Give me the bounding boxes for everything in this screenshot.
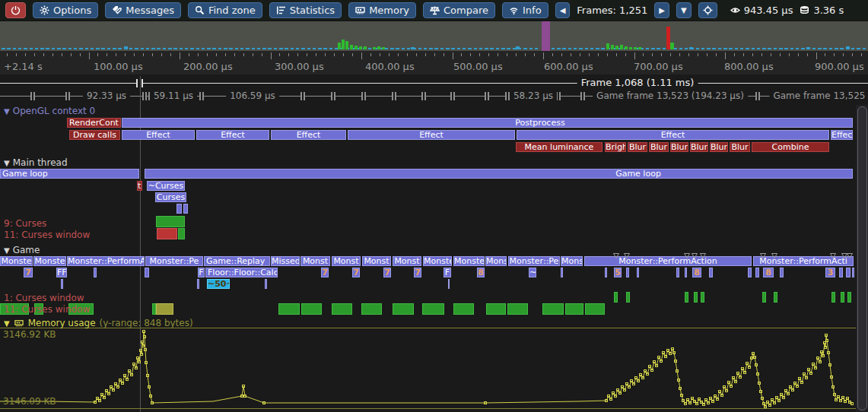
game-row2-zone[interactable] — [145, 268, 149, 277]
main-row2-zone[interactable]: ti — [137, 181, 142, 191]
game-row2-zone[interactable] — [839, 268, 843, 277]
game-row1-zone[interactable]: Monste — [0, 256, 33, 266]
main-row2-zone[interactable]: ~Curses — [147, 181, 185, 191]
game-row1-zone[interactable]: Monst — [393, 256, 421, 266]
game-row1-zone[interactable]: Mons — [561, 256, 583, 266]
collapse-triangle-icon[interactable]: ▼ — [4, 319, 10, 328]
frame-span-label[interactable]: Game frame 13,525 (1 — [769, 90, 868, 101]
game-row2-zone[interactable]: 3 — [825, 268, 835, 277]
frame-title[interactable]: Frame 1,068 (1.11 ms) — [577, 77, 698, 88]
game-row2-zone[interactable] — [685, 268, 687, 277]
section-header-game[interactable]: ▼Game — [4, 245, 40, 255]
game-row2-zone[interactable]: 7 — [352, 268, 360, 277]
collapse-triangle-icon[interactable]: ▼ — [4, 107, 10, 116]
game-row1-zone[interactable]: Game::Replay — [204, 256, 270, 266]
game-row2-zone[interactable]: FF — [56, 268, 67, 277]
game-row2-zone[interactable] — [780, 268, 784, 277]
game-row2-zone[interactable]: F — [444, 268, 451, 277]
gpu-row2-zone[interactable]: Draw calls — [69, 130, 120, 140]
game-row1-zone[interactable]: Missed — [271, 256, 300, 266]
gpu-row3-zone[interactable]: Blur — [628, 142, 647, 152]
game-row2-zone[interactable]: 8 — [477, 268, 485, 277]
game-row3-zone[interactable] — [448, 279, 450, 289]
message-marker-icon[interactable] — [613, 247, 619, 252]
frame-rows[interactable]: Frame 1,068 (1.11 ms)92.33 µs59.11 µs106… — [0, 74, 868, 105]
gpu-row3-zone[interactable]: Blur — [710, 142, 728, 152]
main-row1-zone[interactable]: Game loop — [0, 169, 139, 179]
game-row2-zone[interactable] — [94, 268, 97, 277]
game-row2-zone[interactable] — [637, 268, 639, 277]
game-row1-zone[interactable]: Mons — [485, 256, 507, 266]
game-row3-zone[interactable] — [197, 279, 199, 289]
game-row1-zone[interactable]: Monster::PerformActi — [753, 256, 854, 266]
prev-frame-button[interactable]: ◀ — [555, 2, 571, 18]
game-row2-zone[interactable]: 7 — [414, 268, 421, 277]
gpu-row3-zone[interactable]: Blur — [649, 142, 669, 152]
game-row3-zone[interactable]: ~50~ — [207, 279, 230, 289]
game-row3-zone[interactable] — [61, 279, 63, 289]
game-row2-zone[interactable]: 7 — [24, 268, 33, 277]
game-row1-zone[interactable]: Monster::PerformAction — [584, 256, 752, 266]
game-row2-zone[interactable]: 7 — [321, 268, 329, 277]
find-zone-button[interactable]: Find zone — [188, 2, 262, 18]
game-row1-zone[interactable]: Monster::Pe — [508, 256, 560, 266]
messages-button[interactable]: Messages — [105, 2, 181, 18]
main-row4-zone[interactable] — [183, 204, 188, 214]
gpu-row2-zone[interactable]: Effect — [271, 130, 346, 140]
compare-button[interactable]: Compare — [423, 2, 495, 18]
message-marker-icon[interactable] — [700, 247, 706, 252]
focus-frame-button[interactable] — [698, 2, 717, 18]
gpu-row2-zone[interactable]: Effect — [122, 130, 195, 140]
message-marker-icon[interactable] — [684, 247, 690, 252]
game-row1-zone[interactable]: Monster::Pe — [145, 256, 203, 266]
section-header-opengl[interactable]: ▼OpenGL context 0 — [4, 106, 95, 116]
plot-label-1-curses-window[interactable]: 1: Curses window — [4, 293, 84, 303]
next-frame-button[interactable]: ▶ — [654, 2, 669, 18]
time-ruler[interactable]: +2.14 s100.00 µs200.00 µs300.00 µs400.00… — [0, 51, 868, 75]
main-row1-zone[interactable]: Game loop — [145, 169, 853, 179]
scrollbar-handle[interactable] — [857, 106, 867, 410]
game-row1-zone[interactable]: Monste — [33, 256, 66, 266]
gpu-row3-zone[interactable]: Brigh — [605, 142, 626, 152]
memory-button[interactable]: Memory — [348, 2, 416, 18]
game-row2-zone[interactable] — [561, 268, 563, 277]
gpu-row3-zone[interactable]: Mean luminance — [516, 142, 603, 152]
message-marker-icon[interactable] — [771, 247, 777, 252]
gpu-row3-zone[interactable]: Blur — [690, 142, 708, 152]
frame-span-label[interactable]: 59.11 µs — [150, 90, 197, 101]
game-row2-zone[interactable]: ~ — [529, 268, 536, 277]
gpu-row2-zone[interactable]: Effec — [831, 130, 853, 140]
collapse-triangle-icon[interactable]: ▼ — [4, 159, 10, 167]
plot-label-11-curses-window-game[interactable]: 11: Curses window — [4, 304, 90, 315]
game-row2-zone[interactable] — [846, 268, 851, 277]
game-row1-zone[interactable]: Monst — [362, 256, 391, 266]
game-row1-zone[interactable]: Monste — [453, 256, 485, 266]
message-marker-icon[interactable] — [830, 247, 836, 252]
game-row1-zone[interactable]: Monster::PerformA — [67, 256, 145, 266]
game-row2-zone[interactable]: 5 — [614, 268, 622, 277]
game-row2-zone[interactable]: 7 — [383, 268, 391, 277]
power-button[interactable] — [5, 2, 26, 18]
frame-span-label[interactable]: 106.59 µs — [226, 90, 279, 101]
gpu-row1-zone[interactable]: Postprocess — [122, 118, 853, 128]
game-row2-zone[interactable]: F — [198, 268, 205, 277]
game-row2-zone[interactable] — [748, 268, 752, 277]
section-header-main-thread[interactable]: ▼Main thread — [4, 157, 68, 168]
gpu-row2-zone[interactable]: Effect — [196, 130, 269, 140]
gpu-row3-zone[interactable]: Blur — [670, 142, 688, 152]
game-row1-zone[interactable]: Monst — [300, 256, 330, 266]
plot-label-11-curses-window[interactable]: 11: Curses window — [4, 230, 90, 240]
section-header-memory[interactable]: ▼Memory usage(y-range: 848 bytes) — [4, 318, 193, 328]
game-row2-zone[interactable] — [852, 268, 854, 277]
main-row3-zone[interactable]: Curses — [155, 192, 186, 202]
game-row2-zone[interactable] — [755, 268, 759, 277]
gpu-row3-zone[interactable]: Combine — [752, 142, 829, 152]
memory-usage-plot[interactable] — [0, 317, 868, 412]
message-marker-icon[interactable] — [692, 247, 698, 252]
game-row1-zone[interactable]: Monste — [423, 256, 452, 266]
gpu-row2-zone[interactable]: Effect — [348, 130, 515, 140]
frame-span-label[interactable]: Game frame 13,523 (194.23 µs) — [593, 90, 748, 101]
game-row2-zone[interactable] — [626, 268, 629, 277]
statistics-button[interactable]: Statistics — [269, 2, 342, 18]
frame-span-label[interactable]: 92.33 µs — [83, 90, 130, 101]
